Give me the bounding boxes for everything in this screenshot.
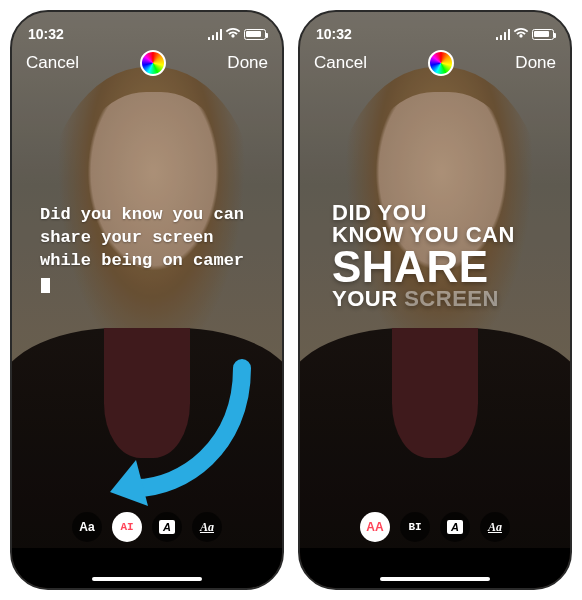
status-right (496, 26, 555, 42)
story-text-line: SHARE (332, 245, 515, 288)
status-right (208, 26, 267, 42)
story-text-content: Did you know you can share your screen w… (40, 205, 244, 270)
story-text-input[interactable]: Did you know you can share your screen w… (40, 204, 250, 296)
dim-overlay (12, 12, 282, 588)
status-bar: 10:32 (12, 12, 282, 48)
done-button[interactable]: Done (227, 53, 268, 73)
phone-left: 10:32 Cancel Done Did you know you can s… (10, 10, 284, 590)
done-button[interactable]: Done (515, 53, 556, 73)
status-time: 10:32 (316, 26, 352, 42)
battery-icon (532, 29, 554, 40)
cancel-button[interactable]: Cancel (314, 53, 367, 73)
cellular-icon (496, 29, 511, 40)
font-option-typewriter[interactable]: AI (112, 512, 142, 542)
battery-icon (244, 29, 266, 40)
color-picker-button[interactable] (140, 50, 166, 76)
editor-topbar: Cancel Done (300, 50, 570, 76)
wifi-icon (513, 26, 529, 42)
bottom-bar (12, 548, 282, 588)
font-style-bar: Aa AI A Aa (72, 512, 222, 542)
text-cursor (41, 278, 50, 293)
font-option-typewriter[interactable]: BI (400, 512, 430, 542)
font-option-strong[interactable]: A (440, 512, 470, 542)
cancel-button[interactable]: Cancel (26, 53, 79, 73)
status-bar: 10:32 (300, 12, 570, 48)
home-indicator (380, 577, 490, 581)
font-option-strong[interactable]: A (152, 512, 182, 542)
font-style-bar: AA BI A Aa (360, 512, 510, 542)
editor-topbar: Cancel Done (12, 50, 282, 76)
phone-right: 10:32 Cancel Done DID YOU KNOW YOU CAN S… (298, 10, 572, 590)
story-text-line: YOUR SCREEN (332, 288, 515, 310)
story-text-line: DID YOU (332, 202, 515, 224)
bottom-bar (300, 548, 570, 588)
cellular-icon (208, 29, 223, 40)
font-option-neon[interactable]: Aa (192, 512, 222, 542)
story-text-input[interactable]: DID YOU KNOW YOU CAN SHARE YOUR SCREEN (332, 202, 515, 310)
wifi-icon (225, 26, 241, 42)
color-picker-button[interactable] (428, 50, 454, 76)
home-indicator (92, 577, 202, 581)
font-option-modern[interactable]: AA (360, 512, 390, 542)
status-time: 10:32 (28, 26, 64, 42)
font-option-neon[interactable]: Aa (480, 512, 510, 542)
font-option-classic[interactable]: Aa (72, 512, 102, 542)
